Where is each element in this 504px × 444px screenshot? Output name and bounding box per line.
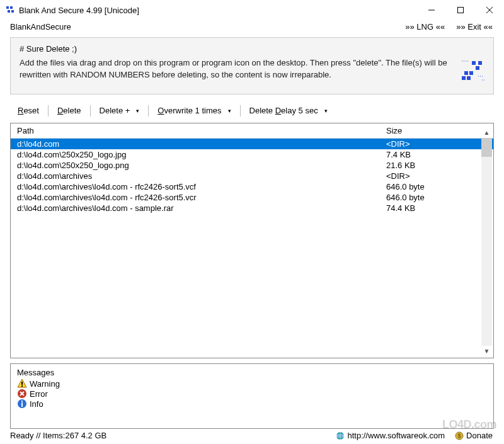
delete-delay-button[interactable]: Delete Delay 5 sec▾ [242, 105, 335, 117]
title-bar: Blank And Secure 4.99 [Unicode] [0, 0, 504, 20]
table-row[interactable]: d:\lo4d.com<DIR> [11, 139, 493, 149]
svg-rect-19 [21, 401, 23, 402]
cell-path: d:\lo4d.com\250x250_logo.jpg [11, 150, 386, 159]
app-icon [5, 5, 15, 15]
scroll-thumb[interactable] [481, 138, 492, 157]
cell-size: <DIR> [386, 139, 493, 149]
messages-title: Messages [17, 368, 487, 377]
scrollbar[interactable]: ▲ ▼ [481, 127, 492, 356]
svg-rect-20 [21, 402, 23, 407]
scroll-down-icon[interactable]: ▼ [481, 346, 492, 356]
col-size[interactable]: Size [386, 126, 493, 135]
table-row[interactable]: d:\lo4d.com\archives\lo4d.com - sample.r… [11, 203, 493, 213]
chevron-down-icon: ▾ [324, 108, 328, 114]
svg-rect-1 [10, 6, 13, 9]
scroll-up-icon[interactable]: ▲ [481, 127, 492, 138]
globe-icon [336, 431, 345, 440]
menu-bar: BlankAndSecure »» LNG «« »» Exit «« [0, 20, 504, 33]
donate-icon: $ [455, 431, 464, 440]
svg-rect-0 [6, 6, 9, 9]
svg-rect-14 [467, 76, 471, 80]
cell-path: d:\lo4d.com [11, 139, 386, 149]
minimize-button[interactable] [417, 1, 446, 20]
cell-path: d:\lo4d.com\archives\lo4d.com - rfc2426-… [11, 193, 386, 202]
toolbar: Reset Delete Delete +▾ Overwrite 1 times… [10, 100, 494, 118]
warning-icon [17, 379, 27, 389]
cell-size: 646.0 byte [386, 182, 493, 191]
file-list[interactable]: Path Size d:\lo4d.com<DIR>d:\lo4d.com\25… [10, 123, 494, 358]
maximize-button[interactable] [446, 1, 475, 20]
message-info-row: Info [17, 399, 487, 409]
menu-app[interactable]: BlankAndSecure [10, 22, 71, 31]
info-panel: # Sure Delete ;) Add the files via drag … [10, 37, 494, 94]
chevron-down-icon: ▾ [136, 108, 139, 114]
svg-rect-9 [478, 61, 482, 65]
svg-rect-3 [11, 10, 14, 13]
close-button[interactable] [475, 1, 504, 20]
message-warning-row: Warning [17, 379, 487, 389]
separator [90, 105, 91, 117]
svg-rect-8 [472, 61, 476, 65]
svg-text:$: $ [458, 433, 461, 439]
status-text: Ready // Items:267 4.2 GB [10, 431, 106, 440]
table-row[interactable]: d:\lo4d.com\250x250_logo.png21.6 KB [11, 160, 493, 171]
info-title: # Sure Delete ;) [20, 44, 486, 54]
message-error-row: Error [17, 389, 487, 399]
status-bar: Ready // Items:267 4.2 GB http://www.sof… [0, 429, 504, 444]
svg-rect-10 [476, 66, 479, 70]
reset-button[interactable]: Reset [10, 105, 47, 117]
website-link[interactable]: http://www.softwareok.com [336, 431, 445, 440]
svg-rect-5 [458, 8, 464, 13]
delete-plus-button[interactable]: Delete +▾ [92, 105, 147, 117]
cell-size: 646.0 byte [386, 193, 493, 202]
info-icon [17, 399, 27, 409]
table-row[interactable]: d:\lo4d.com\archives\lo4d.com - rfc2426-… [11, 181, 493, 192]
cell-size: 74.4 KB [386, 203, 493, 213]
messages-panel: Messages Warning Error Info [10, 363, 494, 429]
info-text: Add the files via drag and drop on this … [20, 57, 448, 81]
overwrite-button[interactable]: Overwrite 1 times▾ [150, 105, 238, 117]
svg-rect-15 [21, 382, 23, 385]
cell-path: d:\lo4d.com\archives\lo4d.com - sample.r… [11, 203, 386, 213]
separator [48, 105, 49, 117]
info-graphic-icon [461, 60, 486, 84]
col-path[interactable]: Path [11, 126, 386, 135]
error-icon [17, 389, 27, 399]
cell-path: d:\lo4d.com\archives\lo4d.com - rfc2426-… [11, 182, 386, 191]
cell-size: 7.4 KB [386, 150, 493, 159]
donate-link[interactable]: $ Donate [455, 431, 493, 440]
delete-button[interactable]: Delete [50, 105, 89, 117]
svg-rect-11 [464, 71, 468, 75]
svg-rect-2 [8, 10, 10, 13]
cell-size: <DIR> [386, 171, 493, 181]
cell-path: d:\lo4d.com\archives [11, 171, 386, 181]
svg-rect-13 [462, 76, 466, 80]
cell-path: d:\lo4d.com\250x250_logo.png [11, 161, 386, 170]
svg-rect-12 [469, 71, 473, 75]
table-row[interactable]: d:\lo4d.com\archives\lo4d.com - rfc2426-… [11, 192, 493, 203]
menu-lng[interactable]: »» LNG «« [405, 22, 445, 31]
list-header: Path Size [11, 123, 493, 139]
chevron-down-icon: ▾ [228, 108, 231, 114]
menu-exit[interactable]: »» Exit «« [456, 22, 493, 31]
window-title: Blank And Secure 4.99 [Unicode] [19, 6, 139, 15]
table-row[interactable]: d:\lo4d.com\archives<DIR> [11, 171, 493, 181]
separator [240, 105, 241, 117]
table-row[interactable]: d:\lo4d.com\250x250_logo.jpg7.4 KB [11, 149, 493, 160]
cell-size: 21.6 KB [386, 161, 493, 170]
separator [148, 105, 149, 117]
svg-rect-16 [21, 385, 23, 387]
